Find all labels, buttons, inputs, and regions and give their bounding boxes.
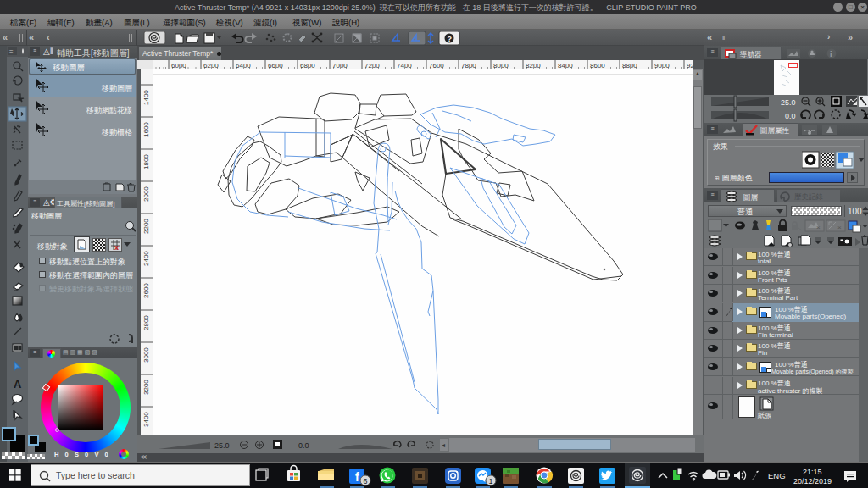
svg-text:7000: 7000 bbox=[332, 62, 348, 69]
svg-text:f: f bbox=[355, 470, 359, 484]
svg-text:6600: 6600 bbox=[268, 62, 283, 69]
svg-text:2000: 2000 bbox=[142, 186, 150, 202]
svg-text:8600: 8600 bbox=[590, 62, 605, 69]
svg-text:7800: 7800 bbox=[461, 62, 476, 69]
svg-text:3400: 3400 bbox=[142, 412, 150, 427]
svg-text:i: i bbox=[830, 50, 832, 58]
svg-text:8800: 8800 bbox=[622, 62, 637, 69]
svg-text:21:15: 21:15 bbox=[803, 468, 822, 476]
svg-text:6000: 6000 bbox=[171, 62, 186, 69]
svg-text:2600: 2600 bbox=[142, 283, 150, 298]
svg-text:6400: 6400 bbox=[236, 62, 251, 69]
svg-text:≡: ≡ bbox=[9, 48, 14, 56]
svg-text:6800: 6800 bbox=[300, 62, 315, 69]
svg-text:9000: 9000 bbox=[654, 62, 670, 69]
svg-text:0.0: 0.0 bbox=[298, 441, 309, 450]
svg-text:2800: 2800 bbox=[142, 315, 150, 330]
svg-text:8400: 8400 bbox=[558, 62, 573, 69]
svg-text:◂: ◂ bbox=[442, 441, 445, 449]
svg-text:92: 92 bbox=[687, 62, 693, 69]
svg-text:7600: 7600 bbox=[429, 62, 444, 69]
svg-text:«: « bbox=[3, 32, 8, 42]
svg-text:?: ? bbox=[448, 35, 453, 43]
svg-text:2400: 2400 bbox=[142, 251, 150, 266]
svg-text:1400: 1400 bbox=[142, 90, 150, 105]
svg-text:«: « bbox=[29, 32, 34, 42]
svg-text:7400: 7400 bbox=[397, 62, 412, 69]
svg-text:6: 6 bbox=[364, 477, 368, 485]
svg-text:0.0: 0.0 bbox=[785, 112, 796, 120]
svg-text:6200: 6200 bbox=[203, 62, 219, 69]
svg-text:1: 1 bbox=[489, 477, 493, 485]
svg-text:25.0: 25.0 bbox=[214, 441, 230, 450]
svg-text:×: × bbox=[837, 224, 842, 231]
svg-text:1800: 1800 bbox=[142, 154, 150, 169]
svg-text:‹: ‹ bbox=[47, 32, 50, 42]
svg-text:25.0: 25.0 bbox=[781, 98, 796, 107]
svg-text:3000: 3000 bbox=[142, 347, 150, 363]
svg-text:A: A bbox=[14, 378, 22, 391]
svg-text:8200: 8200 bbox=[526, 62, 541, 69]
svg-text:×: × bbox=[816, 224, 821, 231]
svg-text:20/12/2019: 20/12/2019 bbox=[793, 477, 832, 485]
svg-text:7200: 7200 bbox=[364, 62, 380, 69]
svg-text:1600: 1600 bbox=[142, 122, 150, 137]
svg-text:x: x bbox=[114, 243, 119, 251]
svg-text:ENG: ENG bbox=[768, 471, 786, 480]
svg-text:3200: 3200 bbox=[142, 380, 150, 395]
svg-text:8000: 8000 bbox=[493, 62, 509, 69]
svg-text:2200: 2200 bbox=[142, 219, 150, 234]
